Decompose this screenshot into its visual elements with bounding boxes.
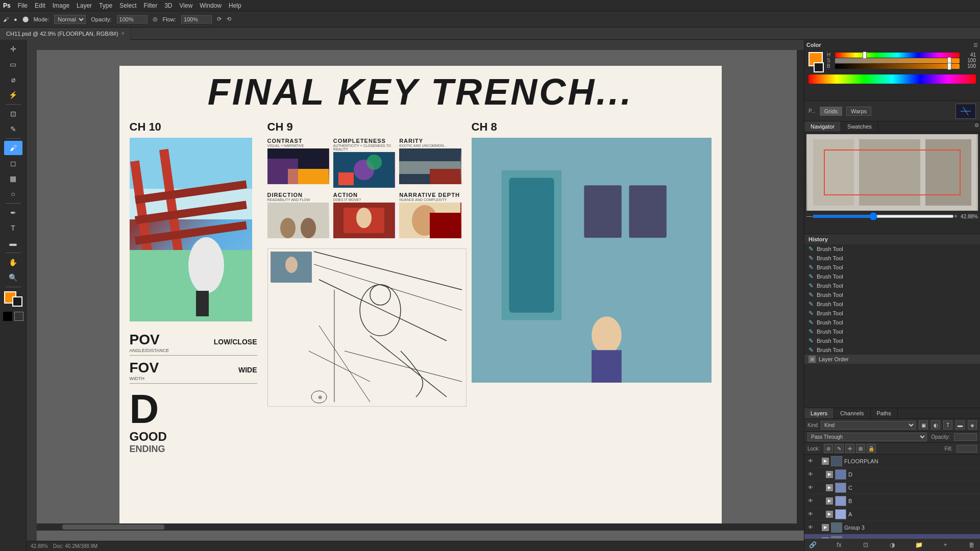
c-visibility[interactable]: 👁 <box>806 484 815 492</box>
hue-track[interactable] <box>835 53 960 58</box>
lock-position-btn[interactable]: ✛ <box>845 444 854 453</box>
color-panel-menu[interactable]: ☰ <box>973 42 978 48</box>
warps-btn[interactable]: Warps <box>846 107 871 116</box>
zoom-tool[interactable]: 🔍 <box>4 270 22 285</box>
crop-tool[interactable]: ⊡ <box>4 107 22 121</box>
gradient-tool[interactable]: ▦ <box>4 171 22 186</box>
menu-image[interactable]: Image <box>53 2 69 9</box>
new-layer-btn[interactable]: + <box>940 540 950 549</box>
link-layers-btn[interactable]: 🔗 <box>807 540 818 549</box>
history-item-9[interactable]: ✎ Brush Tool <box>804 327 980 336</box>
fg-bg-swatches[interactable] <box>4 291 22 307</box>
menu-layer[interactable]: Layer <box>77 2 92 9</box>
background-swatch[interactable] <box>12 296 22 307</box>
lock-artboard-btn[interactable]: ⊞ <box>856 444 865 453</box>
color-bg-swatch[interactable] <box>814 62 824 72</box>
history-item-10[interactable]: ✎ Brush Tool <box>804 336 980 345</box>
sat-track[interactable] <box>835 58 960 63</box>
swatches-tab[interactable]: Swatches <box>841 121 878 132</box>
menu-edit[interactable]: Edit <box>35 2 45 9</box>
hue-thumb[interactable] <box>863 52 867 59</box>
menu-select[interactable]: Select <box>119 2 136 9</box>
filter-pixel-icon[interactable]: ▣ <box>919 420 928 430</box>
a-visibility[interactable]: 👁 <box>806 510 815 518</box>
menu-window[interactable]: Window <box>200 2 222 9</box>
d-visibility[interactable]: 👁 <box>806 470 815 479</box>
history-item-12[interactable]: ⊞ Layer Order <box>804 355 980 364</box>
h-scroll-thumb[interactable] <box>62 524 164 530</box>
history-item-2[interactable]: ✎ Brush Tool <box>804 263 980 272</box>
new-adjustment-btn[interactable]: ◑ <box>887 540 897 549</box>
layer-floorplan[interactable]: 👁 ▶ FLOORPLAN <box>804 455 980 468</box>
type-tool[interactable]: T <box>4 221 22 235</box>
history-item-5[interactable]: ✎ Brush Tool <box>804 290 980 299</box>
blend-mode-select[interactable]: Pass Through <box>807 433 927 441</box>
hand-tool[interactable]: ✋ <box>4 255 22 269</box>
history-item-3[interactable]: ✎ Brush Tool <box>804 272 980 281</box>
move-tool[interactable]: ✛ <box>4 42 22 56</box>
filter-adjustment-icon[interactable]: ◐ <box>931 420 940 430</box>
group3-visibility[interactable]: 👁 <box>806 523 815 532</box>
fill-value[interactable]: 100% <box>957 445 977 453</box>
lasso-tool[interactable]: ⌀ <box>4 72 22 87</box>
magic-wand-tool[interactable]: ⚡ <box>4 88 22 102</box>
lock-transparent-btn[interactable]: ⊘ <box>824 444 833 453</box>
lock-image-btn[interactable]: ✎ <box>835 444 844 453</box>
opacity-value[interactable]: 100% <box>954 433 977 441</box>
history-item-1[interactable]: ✎ Brush Tool <box>804 254 980 263</box>
marquee-tool[interactable]: ▭ <box>4 57 22 71</box>
tab-close-btn[interactable]: × <box>121 31 125 36</box>
b-visibility[interactable]: 👁 <box>806 497 815 505</box>
filter-shape-icon[interactable]: ▬ <box>955 420 965 430</box>
add-mask-btn[interactable]: ⊡ <box>861 540 871 549</box>
history-item-6[interactable]: ✎ Brush Tool <box>804 299 980 309</box>
add-style-btn[interactable]: fx <box>834 540 844 549</box>
new-group-btn[interactable]: 📁 <box>914 540 924 549</box>
bri-track[interactable] <box>835 64 960 69</box>
history-item-4[interactable]: ✎ Brush Tool <box>804 281 980 290</box>
opacity-input[interactable] <box>117 15 148 23</box>
menu-type[interactable]: Type <box>99 2 112 9</box>
zoom-out-btn[interactable]: — <box>806 213 813 220</box>
eraser-tool[interactable]: ◻ <box>4 156 22 170</box>
history-item-7[interactable]: ✎ Brush Tool <box>804 309 980 318</box>
quick-mask-standard[interactable] <box>3 312 12 321</box>
history-item-0[interactable]: ✎ Brush Tool <box>804 244 980 254</box>
quick-mask-mode[interactable] <box>14 312 23 321</box>
paths-tab[interactable]: Paths <box>871 408 898 418</box>
layers-tab[interactable]: Layers <box>804 408 834 418</box>
history-item-11[interactable]: ✎ Brush Tool <box>804 345 980 355</box>
menu-help[interactable]: Help <box>229 2 241 9</box>
vertical-scrollbar[interactable] <box>797 50 804 531</box>
layer-group3[interactable]: 👁 ▶ Group 3 <box>804 521 980 534</box>
zoom-slider[interactable] <box>813 215 954 218</box>
filter-type-icon[interactable]: T <box>943 420 952 430</box>
delete-layer-btn[interactable]: 🗑 <box>967 540 977 549</box>
floorplan-visibility[interactable]: 👁 <box>806 457 815 465</box>
brush-tool[interactable]: 🖌 <box>4 141 22 155</box>
layer-b[interactable]: 👁 ▶ B <box>804 494 980 508</box>
canvas-area[interactable]: FINAL KEY TRENCH... CH 10 <box>27 40 804 551</box>
mode-select[interactable]: Normal <box>54 15 86 24</box>
menu-3d[interactable]: 3D <box>164 2 172 9</box>
flow-input[interactable] <box>181 15 212 23</box>
history-item-8[interactable]: ✎ Brush Tool <box>804 318 980 327</box>
channels-tab[interactable]: Channels <box>834 408 870 418</box>
horizontal-scrollbar[interactable] <box>37 523 804 531</box>
color-spectrum-bar[interactable] <box>808 74 976 84</box>
grids-btn[interactable]: Grids <box>820 107 842 116</box>
layer-group3-copy[interactable]: 👁 ▶ Group 3 copy <box>804 534 980 538</box>
filter-smart-icon[interactable]: ◈ <box>968 420 977 430</box>
layer-c[interactable]: 👁 ▶ C <box>804 481 980 494</box>
kind-select[interactable]: Kind <box>821 421 916 430</box>
layer-a[interactable]: 👁 ▶ A <box>804 508 980 521</box>
shape-tool[interactable]: ▬ <box>4 236 22 251</box>
menu-file[interactable]: File <box>18 2 28 9</box>
menu-filter[interactable]: Filter <box>143 2 157 9</box>
pen-tool[interactable]: ✒ <box>4 206 22 220</box>
menu-view[interactable]: View <box>180 2 193 9</box>
navigator-tab[interactable]: Navigator <box>804 121 841 132</box>
dodge-tool[interactable]: ○ <box>4 187 22 201</box>
document-tab[interactable]: CH11.psd @ 42.9% (FLOORPLAN, RGB/8#) × <box>0 28 131 40</box>
bri-thumb[interactable] <box>947 63 951 70</box>
